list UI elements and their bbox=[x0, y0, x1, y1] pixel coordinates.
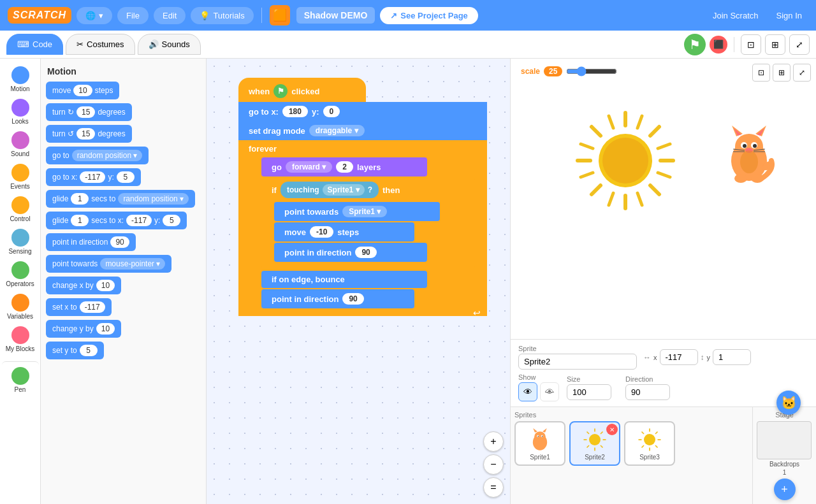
large-stage-button[interactable]: ⊞ bbox=[765, 34, 785, 55]
forever-block[interactable]: forever bbox=[238, 140, 487, 157]
point-towards-block[interactable]: point towards mouse-pointer ▾ bbox=[46, 255, 171, 273]
point-dir-block[interactable]: point in direction 90 bbox=[46, 233, 136, 251]
show-hidden-button[interactable]: 👁 bbox=[540, 382, 559, 401]
sidebar-item-myblocks[interactable]: My Blocks bbox=[2, 324, 39, 355]
turn-ccw-block[interactable]: turn ↺ 15 degrees bbox=[46, 125, 132, 143]
stage-thumbnail[interactable] bbox=[757, 421, 812, 459]
direction-input[interactable] bbox=[625, 384, 670, 400]
svg-point-17 bbox=[602, 138, 648, 184]
show-visible-button[interactable]: 👁 bbox=[518, 382, 537, 401]
normal-view-button[interactable]: ⊞ bbox=[773, 64, 790, 82]
sidebar-item-looks[interactable]: Looks bbox=[2, 96, 39, 127]
point-towards-label: point towards bbox=[284, 207, 339, 217]
change-y-block[interactable]: change y by 10 bbox=[46, 320, 121, 338]
tab-sounds[interactable]: 🔊 Sounds bbox=[138, 34, 201, 55]
set-y-block[interactable]: set y to 5 bbox=[46, 342, 104, 359]
touching-condition[interactable]: touching Sprite1 ▾ ? bbox=[280, 182, 379, 198]
small-stage-button[interactable]: ⊡ bbox=[741, 34, 761, 55]
sprite-thumb-1[interactable]: Sprite1 bbox=[514, 421, 565, 466]
pen-label: Pen bbox=[15, 386, 26, 393]
drag-mode-dropdown[interactable]: draggable ▾ bbox=[309, 125, 365, 136]
go-forward-block[interactable]: go forward ▾ 2 layers bbox=[261, 157, 427, 176]
globe-icon: 🌐 bbox=[85, 11, 96, 20]
scale-value: 25 bbox=[544, 66, 562, 76]
sidebar-item-variables[interactable]: Variables bbox=[2, 291, 39, 322]
y-label: y bbox=[707, 354, 711, 361]
sidebar-item-sensing[interactable]: Sensing bbox=[2, 226, 39, 257]
glide-xy-block[interactable]: glide 1 secs to x: -117 y: 5 bbox=[46, 212, 187, 229]
fullscreen-button[interactable]: ⤢ bbox=[789, 34, 810, 55]
see-project-icon: ↗ bbox=[390, 11, 397, 20]
point-dir-script-block2[interactable]: point in direction 90 bbox=[261, 289, 414, 308]
fullscreen-view-button[interactable]: ⤢ bbox=[793, 64, 811, 82]
forward-dropdown[interactable]: forward ▾ bbox=[286, 161, 332, 173]
set-x-block[interactable]: set x to -117 bbox=[46, 298, 112, 316]
show-label: Show bbox=[518, 373, 559, 381]
when-flag-clicked-block[interactable]: when ⚑ clicked bbox=[238, 78, 366, 102]
small-view-button[interactable]: ⊡ bbox=[752, 64, 770, 82]
costume-icon: ✂ bbox=[76, 40, 84, 49]
goto-block[interactable]: go to random position ▾ bbox=[46, 147, 149, 164]
svg-point-36 bbox=[751, 174, 764, 183]
block-row: change x by 10 bbox=[46, 277, 201, 294]
point-towards-script-block[interactable]: point towards Sprite1 ▾ bbox=[274, 202, 440, 221]
layers-num[interactable]: 2 bbox=[336, 161, 353, 173]
forever-cap: ↩ bbox=[251, 310, 487, 316]
tutorials-button[interactable]: 💡 Tutorials bbox=[191, 7, 253, 24]
sidebar-item-control[interactable]: Control bbox=[2, 194, 39, 225]
sprite-name-input[interactable] bbox=[518, 354, 637, 370]
point-dir-script-block1[interactable]: point in direction 90 bbox=[274, 243, 427, 262]
sprite-thumb-2[interactable]: ✕ bbox=[569, 421, 620, 466]
sidebar-item-sound[interactable]: Sound bbox=[2, 129, 39, 160]
green-flag-button[interactable]: ⚑ bbox=[684, 34, 706, 55]
x-value[interactable]: 180 bbox=[282, 106, 308, 117]
scale-slider[interactable] bbox=[566, 66, 617, 76]
script-area[interactable]: when ⚑ clicked go to x: 180 y: 0 set dra… bbox=[207, 59, 510, 504]
add-backdrop-button[interactable]: + bbox=[774, 479, 796, 500]
sprite-thumb-3[interactable]: Sprite3 bbox=[624, 421, 675, 466]
sidebar-item-pen[interactable]: Pen bbox=[2, 361, 39, 396]
move-neg-block[interactable]: move -10 steps bbox=[274, 222, 414, 241]
bounce-block[interactable]: if on edge, bounce bbox=[261, 271, 427, 288]
sign-in-button[interactable]: Sign In bbox=[770, 7, 808, 24]
tab-costumes[interactable]: ✂ Costumes bbox=[66, 34, 135, 55]
sidebar-item-operators[interactable]: Operators bbox=[2, 259, 39, 290]
move-block[interactable]: move 10 steps bbox=[46, 82, 119, 99]
set-drag-block[interactable]: set drag mode draggable ▾ bbox=[238, 121, 487, 140]
add-sprite-button[interactable]: 🐱 bbox=[776, 391, 801, 415]
sprite-x-input[interactable] bbox=[660, 349, 698, 365]
cat-sprite bbox=[720, 122, 778, 188]
change-x-block[interactable]: change x by 10 bbox=[46, 277, 121, 294]
svg-line-11 bbox=[638, 193, 642, 205]
sprite-label: Sprite bbox=[518, 345, 637, 352]
file-menu-button[interactable]: File bbox=[117, 7, 149, 24]
size-input[interactable] bbox=[567, 384, 611, 400]
zoom-out-button[interactable]: − bbox=[483, 454, 504, 475]
if-block-header[interactable]: if touching Sprite1 ▾ ? then bbox=[261, 178, 475, 202]
tab-code[interactable]: ⌨ Code bbox=[6, 34, 63, 55]
join-scratch-button[interactable]: Join Scratch bbox=[706, 7, 765, 24]
sprite2-delete-button[interactable]: ✕ bbox=[606, 424, 618, 435]
sidebar-item-motion[interactable]: Motion bbox=[2, 64, 39, 95]
point-towards-dropdown[interactable]: Sprite1 ▾ bbox=[342, 206, 387, 217]
sprite-dropdown[interactable]: Sprite1 ▾ bbox=[323, 184, 365, 196]
bounce-label: if on edge, bounce bbox=[272, 275, 345, 284]
y-value[interactable]: 0 bbox=[323, 106, 340, 117]
zoom-in-button[interactable]: + bbox=[483, 431, 504, 452]
goto-xy-block[interactable]: go to x: -117 y: 5 bbox=[46, 168, 141, 186]
globe-button[interactable]: 🌐 ▾ bbox=[76, 7, 112, 24]
edit-menu-button[interactable]: Edit bbox=[154, 7, 186, 24]
top-navigation: SCRATCH 🌐 ▾ File Edit 💡 Tutorials 🟧 Shad… bbox=[0, 0, 816, 31]
turn-cw-block[interactable]: turn ↻ 15 degrees bbox=[46, 103, 132, 121]
stop-button[interactable]: ⬛ bbox=[710, 36, 727, 54]
see-project-button[interactable]: ↗ See Project Page bbox=[380, 7, 478, 24]
dir-val1[interactable]: 90 bbox=[355, 247, 376, 258]
dir-val2[interactable]: 90 bbox=[342, 293, 363, 305]
project-name[interactable]: Shadow DEMO bbox=[296, 7, 375, 24]
zoom-fit-button[interactable]: = bbox=[483, 477, 504, 498]
sprite-y-input[interactable] bbox=[713, 349, 751, 365]
sidebar-item-events[interactable]: Events bbox=[2, 161, 39, 192]
goto-xy-script-block[interactable]: go to x: 180 y: 0 bbox=[238, 102, 487, 121]
glide-rand-block[interactable]: glide 1 secs to random position ▾ bbox=[46, 190, 195, 208]
move-val[interactable]: -10 bbox=[310, 226, 333, 238]
